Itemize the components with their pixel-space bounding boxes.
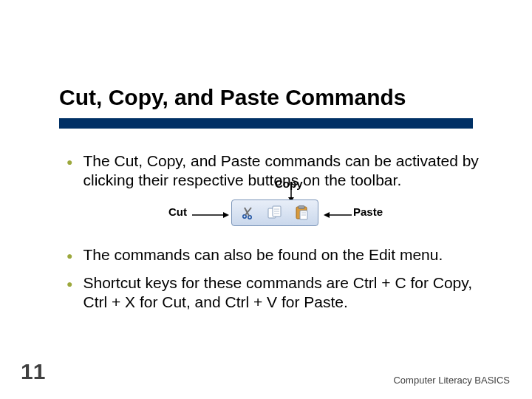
cut-button[interactable] bbox=[237, 202, 259, 223]
slide: Cut, Copy, and Paste Commands ● The Cut,… bbox=[0, 0, 532, 399]
slide-body: ● The Cut, Copy, and Paste commands can … bbox=[66, 151, 480, 321]
bullet-text: The commands can also be found on the Ed… bbox=[83, 245, 480, 265]
svg-marker-3 bbox=[223, 212, 229, 218]
slide-title-box: Cut, Copy, and Paste Commands bbox=[59, 85, 473, 110]
scissors-icon bbox=[241, 205, 256, 220]
title-underline bbox=[59, 118, 473, 129]
toolbar bbox=[231, 200, 318, 226]
bullet-dot-icon: ● bbox=[66, 245, 72, 265]
copy-pages-icon bbox=[267, 205, 283, 220]
footer-text: Computer Literacy BASICS bbox=[393, 375, 510, 386]
paste-label: Paste bbox=[353, 205, 383, 218]
paste-button[interactable] bbox=[290, 202, 313, 223]
slide-title: Cut, Copy, and Paste Commands bbox=[59, 85, 473, 110]
bullet-item: ● The Cut, Copy, and Paste commands can … bbox=[66, 151, 480, 191]
cut-label: Cut bbox=[168, 205, 187, 218]
bullet-dot-icon: ● bbox=[66, 151, 72, 191]
slide-number: 11 bbox=[21, 359, 45, 384]
arrow-right-icon bbox=[192, 211, 229, 219]
bullet-item: ● Shortcut keys for these commands are C… bbox=[66, 273, 480, 313]
bullet-text: Shortcut keys for these commands are Ctr… bbox=[83, 273, 480, 313]
copy-label: Copy bbox=[275, 177, 303, 190]
arrow-left-icon bbox=[324, 211, 352, 219]
svg-marker-19 bbox=[324, 212, 330, 218]
copy-button[interactable] bbox=[264, 202, 286, 223]
bullet-item: ● The commands can also be found on the … bbox=[66, 245, 480, 265]
svg-rect-14 bbox=[299, 205, 304, 208]
svg-point-5 bbox=[248, 215, 251, 218]
bullet-dot-icon: ● bbox=[66, 273, 72, 313]
clipboard-icon bbox=[294, 205, 309, 220]
toolbar-diagram: Copy Cut bbox=[87, 200, 480, 235]
svg-point-4 bbox=[243, 214, 246, 217]
